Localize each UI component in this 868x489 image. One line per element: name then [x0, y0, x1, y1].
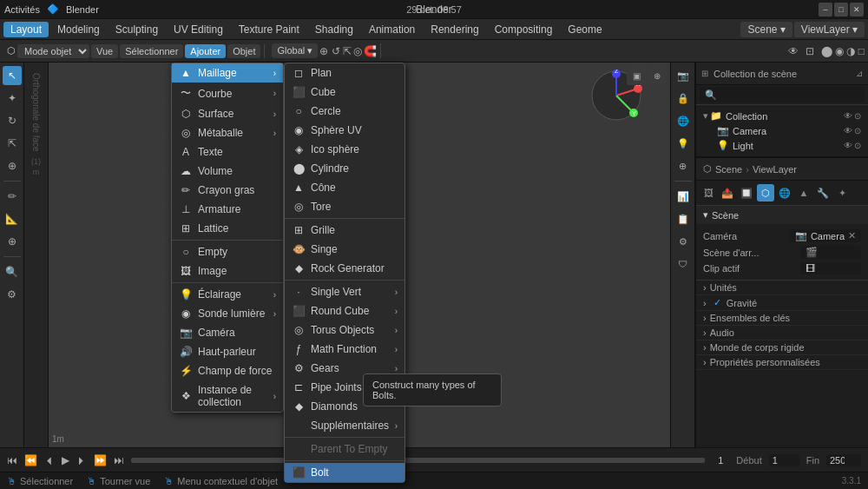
camera-sel-icon[interactable]: ⊙	[854, 126, 861, 135]
ajouter-menu-btn[interactable]: Ajouter	[185, 44, 226, 58]
collection-vis-icon[interactable]: 👁	[844, 111, 852, 121]
sonde-item[interactable]: ◉ Sonde lumière ›	[172, 304, 283, 323]
supplementaires-item[interactable]: Supplémentaires ›	[285, 416, 404, 435]
empty-item[interactable]: ○ Empty	[172, 242, 283, 261]
proportional-edit[interactable]: ◎	[353, 45, 362, 57]
outliner-item-light[interactable]: 💡 Light 👁 ⊙	[700, 138, 865, 153]
timeline-range[interactable]	[131, 458, 705, 463]
texte-item[interactable]: A Texte	[172, 142, 283, 162]
prev-frame-btn[interactable]: ⏪	[24, 454, 37, 466]
prev-key-btn[interactable]: ⏴	[44, 454, 55, 466]
tore-item[interactable]: ◎ Tore	[285, 197, 404, 216]
cercle-item[interactable]: ○ Cercle	[285, 102, 404, 121]
maximize-button[interactable]: □	[834, 3, 848, 17]
animation-tab[interactable]: Animation	[362, 22, 422, 37]
select-tool[interactable]: ↖	[3, 66, 22, 85]
select-key-label[interactable]: 🖱 Sélectionner	[7, 476, 73, 486]
overlay-icon[interactable]: 👁	[788, 45, 799, 57]
play-end-btn[interactable]: ⏭	[114, 454, 124, 466]
eclairage-item[interactable]: 💡 Éclairage ›	[172, 285, 283, 304]
haut-parleur-item[interactable]: 🔊 Haut-parleur	[172, 342, 283, 361]
ensembles-cles-section[interactable]: › Ensembles de clés	[696, 311, 868, 326]
camera-item[interactable]: 📷 Caméra	[172, 323, 283, 342]
current-frame[interactable]: 1	[712, 455, 729, 466]
rotate-tool[interactable]: ↻	[3, 111, 22, 130]
layout-tab[interactable]: Layout	[3, 22, 49, 37]
singe-item[interactable]: 🐵 Singe	[285, 240, 404, 259]
start-frame-input[interactable]	[769, 454, 799, 466]
select-menu[interactable]: Sélectionner	[120, 44, 183, 58]
close-button[interactable]: ✕	[850, 3, 864, 17]
play-btn[interactable]: ▶	[62, 454, 69, 466]
image-item[interactable]: 🖼 Image	[172, 261, 283, 281]
bolt-item[interactable]: ⬛ Bolt	[285, 463, 404, 482]
camera-field-value[interactable]: 📷 Camera ✕	[790, 229, 861, 242]
move-tool[interactable]: ✦	[3, 89, 22, 108]
lattice-item[interactable]: ⊞ Lattice	[172, 219, 283, 238]
metaballe-item[interactable]: ◎ Métaballe ›	[172, 123, 283, 142]
round-cube-item[interactable]: ⬛ Round Cube ›	[285, 301, 404, 320]
rock-gen-item[interactable]: ◆ Rock Generator	[285, 259, 404, 278]
sphere-uv-item[interactable]: ◉ Sphère UV	[285, 121, 404, 140]
next-key-btn[interactable]: ⏵	[76, 454, 87, 466]
maillage-item[interactable]: ▲ Maillage ›	[172, 63, 283, 83]
graph-tool[interactable]: 📊	[674, 187, 693, 206]
armature-item[interactable]: ⊥ Armature	[172, 200, 283, 219]
bg-field-value[interactable]: 🎬	[800, 246, 861, 259]
volume-item[interactable]: ☁ Volume	[172, 162, 283, 181]
lock-tool[interactable]: 🔒	[674, 89, 693, 108]
transform-tool[interactable]: ⊕	[3, 156, 22, 175]
gizmo-btn[interactable]: ⊕	[648, 66, 667, 85]
snap-icon[interactable]: 🧲	[364, 45, 377, 57]
settings-tool[interactable]: ⚙	[3, 285, 22, 304]
gravite-section[interactable]: › ✓ Gravité	[696, 295, 868, 311]
world-props-icon[interactable]: 🌐	[776, 184, 793, 202]
global-dropdown[interactable]: Global ▾	[272, 43, 318, 58]
plan-item[interactable]: ◻ Plan	[285, 63, 404, 83]
cone-item[interactable]: ▲ Cône	[285, 178, 404, 197]
cursor-tool[interactable]: ⊕	[3, 232, 22, 251]
play-start-btn[interactable]: ⏮	[7, 454, 17, 466]
minimize-button[interactable]: –	[819, 3, 832, 17]
camera-view-tool[interactable]: 📷	[674, 66, 693, 85]
sculpting-tab[interactable]: Sculpting	[108, 22, 165, 37]
scene-props-icon[interactable]: ⬡	[757, 184, 774, 202]
object-props-icon[interactable]: ▲	[795, 184, 812, 202]
viewlayer-dropdown[interactable]: ViewLayer ▾	[794, 22, 865, 37]
mode-selector[interactable]: Mode objet	[17, 44, 89, 58]
gravite-checkbox[interactable]: ✓	[713, 297, 721, 308]
settings-rs-tool[interactable]: ⚙	[674, 232, 693, 251]
outliner-filter-icon[interactable]: ⊿	[856, 69, 863, 78]
clip-tool[interactable]: 📋	[674, 209, 693, 228]
overlay-btn[interactable]: ▣	[627, 66, 646, 85]
camera-x-btn[interactable]: ✕	[848, 230, 856, 241]
add-rs-tool[interactable]: ⊕	[674, 156, 693, 175]
outliner-item-camera[interactable]: 📷 Camera 👁 ⊙	[700, 123, 865, 138]
annotate-tool[interactable]: ✏	[3, 187, 22, 206]
math-function-item[interactable]: ƒ Math Function ›	[285, 340, 404, 359]
light-tool[interactable]: 💡	[674, 134, 693, 153]
add-tool[interactable]: 🔍	[3, 262, 22, 281]
next-frame-btn[interactable]: ⏩	[94, 454, 107, 466]
unites-section[interactable]: › Unités	[696, 281, 868, 295]
globe-tool[interactable]: 🌐	[674, 111, 693, 130]
geome-tab[interactable]: Geome	[561, 22, 608, 37]
texture-paint-tab[interactable]: Texture Paint	[232, 22, 306, 37]
monde-corps-rigide-section[interactable]: › Monde de corps rigide	[696, 340, 868, 355]
uv-editing-tab[interactable]: UV Editing	[167, 22, 230, 37]
cube-item[interactable]: ⬛ Cube	[285, 83, 404, 102]
champ-force-item[interactable]: ⚡ Champ de force	[172, 361, 283, 380]
end-frame-input[interactable]	[826, 454, 861, 466]
render-props-icon[interactable]: 🖼	[700, 184, 717, 202]
shield-tool[interactable]: 🛡	[674, 254, 693, 274]
modifier-props-icon[interactable]: 🔧	[814, 184, 832, 202]
ico-sphere-item[interactable]: ◈ Ico sphère	[285, 140, 404, 159]
scene-section-header[interactable]: ▾ Scène	[696, 206, 868, 224]
outliner-search-input[interactable]	[700, 87, 865, 102]
light-vis-icon[interactable]: 👁	[844, 141, 852, 150]
vue-menu[interactable]: Vue	[91, 44, 118, 58]
clip-field-value[interactable]: 🎞	[800, 262, 861, 274]
outliner-item-collection[interactable]: ▾ 📁 Collection 👁 ⊙	[700, 109, 865, 123]
scene-dropdown[interactable]: Scene ▾	[740, 22, 792, 37]
xray-icon[interactable]: ⊡	[806, 45, 814, 57]
